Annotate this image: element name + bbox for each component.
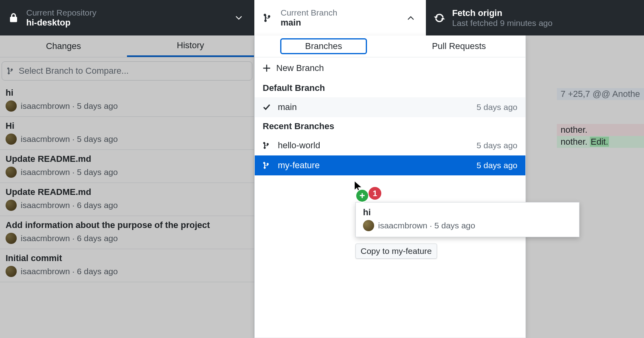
recent-branches-header: Recent Branches bbox=[255, 117, 525, 136]
chevron-up-icon bbox=[408, 16, 414, 20]
repo-name: hi-desktop bbox=[26, 18, 96, 28]
dropdown-tab-prs[interactable]: Pull Requests bbox=[392, 35, 525, 57]
branch-icon bbox=[262, 12, 273, 24]
drag-preview: hi isaacmbrown · 5 days ago bbox=[355, 202, 580, 237]
branch-selector[interactable]: Current Branch main bbox=[254, 0, 426, 35]
fetch-status: Last fetched 9 minutes ago bbox=[452, 18, 552, 28]
branch-icon bbox=[263, 161, 272, 170]
avatar bbox=[6, 233, 17, 244]
repo-selector[interactable]: Current Repository hi-desktop bbox=[0, 0, 254, 35]
tab-changes[interactable]: Changes bbox=[0, 35, 127, 57]
commit-item[interactable]: Update README.md isaacmbrown · 6 days ag… bbox=[0, 183, 254, 216]
lock-icon bbox=[8, 12, 19, 24]
chevron-down-icon bbox=[236, 16, 242, 20]
avatar bbox=[6, 134, 17, 145]
branch-name: main bbox=[281, 18, 337, 28]
fetch-button[interactable]: Fetch origin Last fetched 9 minutes ago bbox=[426, 0, 644, 35]
avatar bbox=[6, 200, 17, 211]
compare-placeholder: Select Branch to Compare... bbox=[19, 66, 129, 76]
sidebar: Changes History Select Branch to Compare… bbox=[0, 35, 254, 338]
compare-branch-input[interactable]: Select Branch to Compare... bbox=[2, 61, 252, 81]
app-header: Current Repository hi-desktop Current Br… bbox=[0, 0, 644, 35]
branch-row-hello-world[interactable]: hello-world 5 days ago bbox=[255, 136, 525, 155]
avatar bbox=[363, 220, 374, 231]
branch-row-my-feature[interactable]: my-feature 5 days ago bbox=[255, 155, 525, 175]
avatar bbox=[6, 167, 17, 178]
count-badge: 1 bbox=[369, 187, 381, 200]
check-icon bbox=[263, 103, 272, 111]
commit-item[interactable]: Update README.md isaacmbrown · 5 days ag… bbox=[0, 150, 254, 183]
commit-item[interactable]: Initial commit isaacmbrown · 6 days ago bbox=[0, 249, 254, 282]
repo-label: Current Repository bbox=[26, 8, 96, 18]
commit-item[interactable]: Hi isaacmbrown · 5 days ago bbox=[0, 117, 254, 150]
branch-icon bbox=[7, 66, 15, 76]
drag-tooltip: Copy to my-feature bbox=[355, 244, 437, 259]
tab-history[interactable]: History bbox=[127, 35, 254, 57]
branch-label: Current Branch bbox=[281, 8, 337, 18]
new-branch-button[interactable]: New Branch bbox=[255, 57, 525, 79]
branch-row-main[interactable]: main 5 days ago bbox=[255, 97, 525, 117]
plus-icon bbox=[263, 64, 271, 72]
sidebar-tabs: Changes History bbox=[0, 35, 254, 57]
branch-icon bbox=[263, 141, 272, 150]
default-branch-header: Default Branch bbox=[255, 79, 525, 97]
commit-list: hi isaacmbrown · 5 days ago Hi isaacmbro… bbox=[0, 84, 254, 282]
fetch-label: Fetch origin bbox=[452, 8, 552, 18]
commit-item[interactable]: Add information about the purpose of the… bbox=[0, 216, 254, 249]
avatar bbox=[6, 266, 17, 277]
dropdown-tab-branches[interactable]: Branches bbox=[255, 35, 392, 57]
branch-dropdown: Branches Pull Requests New Branch Defaul… bbox=[254, 35, 526, 338]
diff-snippet: 7 +25,7 @@ Anothe nother. nother. Edit. bbox=[557, 88, 644, 148]
plus-badge-icon: + bbox=[355, 189, 369, 202]
sync-icon bbox=[434, 12, 445, 24]
avatar bbox=[6, 100, 17, 112]
commit-item[interactable]: hi isaacmbrown · 5 days ago bbox=[0, 84, 254, 117]
